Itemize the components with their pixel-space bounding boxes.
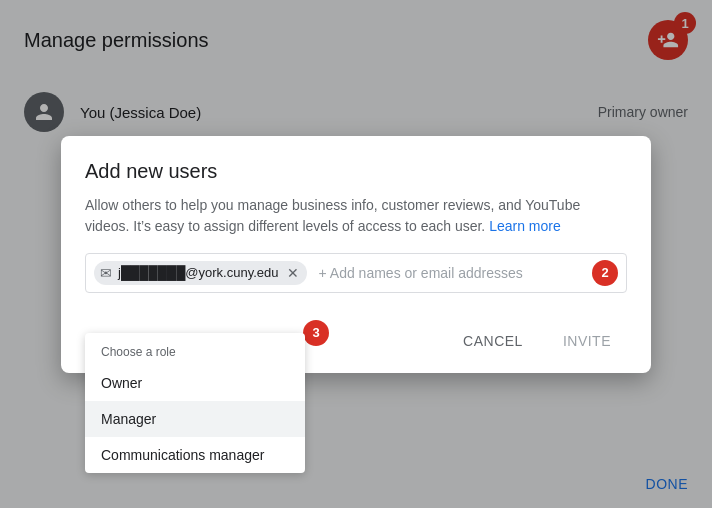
email-icon: ✉ [100,265,112,281]
invite-button[interactable]: INVITE [547,325,627,357]
badge-2: 2 [592,260,618,286]
cancel-button[interactable]: CANCEL [447,325,539,357]
modal-overlay: Add new users Allow others to help you m… [0,0,712,508]
dropdown-item-communications-manager[interactable]: Communications manager [85,437,305,473]
dialog-actions: CANCEL INVITE [315,325,627,373]
learn-more-link[interactable]: Learn more [489,218,561,234]
dialog-description: Allow others to help you manage business… [85,195,627,237]
chip-close-button[interactable]: ✕ [287,265,299,281]
email-chip[interactable]: ✉ j███████@york.cuny.edu ✕ [94,261,307,285]
dropdown-item-manager[interactable]: Manager [85,401,305,437]
badge-3: 3 [303,320,329,346]
dialog-title: Add new users [85,160,627,183]
email-chip-text: j███████@york.cuny.edu [118,265,279,280]
dropdown-menu: Choose a role Owner Manager Communicatio… [85,333,305,473]
dialog-bottom-row: Choose a role Owner Manager Communicatio… [85,293,627,373]
dropdown-header: Choose a role [85,333,305,365]
add-names-placeholder[interactable]: + Add names or email addresses [315,261,527,285]
dialog: Add new users Allow others to help you m… [61,136,651,373]
email-input-row[interactable]: ✉ j███████@york.cuny.edu ✕ + Add names o… [85,253,627,293]
dropdown-item-owner[interactable]: Owner [85,365,305,401]
